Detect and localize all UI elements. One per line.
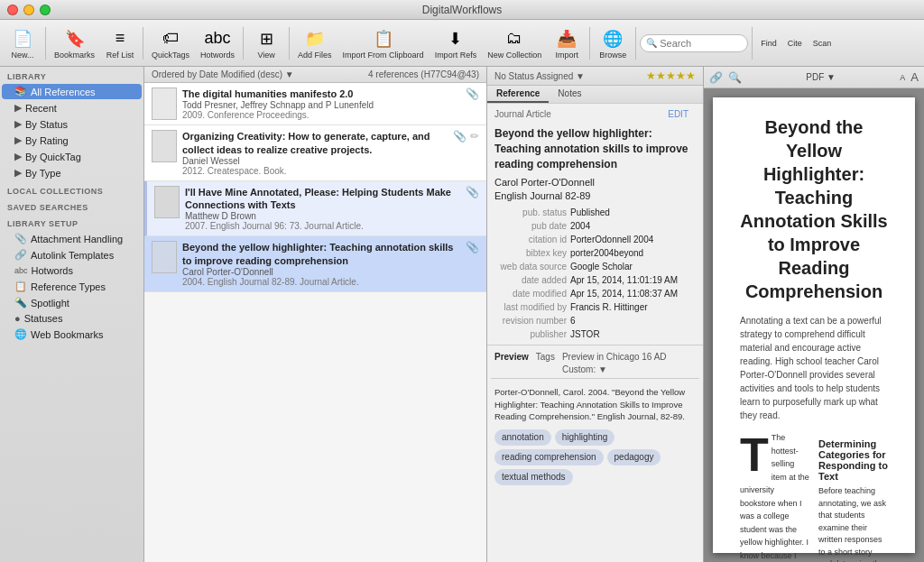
tag-pill[interactable]: highlighting	[555, 429, 615, 446]
field-value: porter2004beyond	[570, 248, 643, 258]
sidebar-item-by-rating[interactable]: ▶ By Rating	[2, 133, 142, 148]
hotwords-button[interactable]: abc Hotwords	[196, 24, 239, 62]
tag-pill[interactable]: annotation	[494, 429, 551, 446]
ref-info: I'll Have Mine Annotated, Please: Helpin…	[185, 186, 460, 232]
maximize-button[interactable]	[40, 5, 51, 15]
tab-notes[interactable]: Notes	[549, 86, 590, 103]
preview-tab[interactable]: Preview	[494, 351, 529, 376]
sidebar-item-attachment-handling[interactable]: 📎 Attachment Handling	[2, 231, 142, 246]
sidebar-item-by-type-label: By Type	[25, 168, 61, 179]
detail-field-row: date modifiedApr 15, 2014, 11:08:37 AM	[487, 287, 703, 300]
ref-attach-icon[interactable]: 📎	[466, 241, 479, 253]
separator-3	[243, 27, 244, 60]
pdf-zoom-small-a[interactable]: A	[900, 73, 905, 82]
new-collection-button[interactable]: 🗂 New Collection	[483, 24, 546, 62]
scan-button[interactable]: Scan	[808, 36, 836, 51]
new-button[interactable]: 📄 New...	[4, 24, 42, 62]
sidebar-item-statuses[interactable]: ● Statuses	[2, 311, 142, 326]
field-label: pub date	[494, 221, 567, 231]
sidebar-item-by-status[interactable]: ▶ By Status	[2, 116, 142, 132]
star-rating[interactable]: ★★★★★	[646, 69, 696, 82]
detail-field-row: last modified byFrancis R. Hittinger	[487, 300, 703, 314]
sidebar-item-recent[interactable]: ▶ Recent	[2, 100, 142, 115]
hotwords-icon: abc	[203, 27, 232, 51]
by-type-icon: ▶	[14, 167, 22, 179]
ref-edit-icon[interactable]: ✏	[470, 130, 479, 143]
ref-meta: 2009. Conference Proceedings.	[182, 110, 460, 120]
ref-attach-icon[interactable]: 📎	[466, 88, 479, 100]
close-button[interactable]	[7, 5, 18, 15]
minimize-button[interactable]	[23, 5, 34, 15]
pdf-search-icon[interactable]: 🔍	[728, 71, 742, 84]
ref-sort-label[interactable]: Ordered by Date Modified (desc) ▼	[152, 69, 294, 79]
ref-title: Beyond the yellow highlighter: Teaching …	[182, 241, 460, 267]
reference-list: The digital humanities manifesto 2.0 Tod…	[144, 83, 486, 562]
recent-icon: ▶	[14, 102, 22, 114]
pdf-intro-text: Annotating a text can be a powerful stra…	[740, 314, 888, 422]
add-files-button[interactable]: 📁 Add Files	[293, 24, 337, 62]
field-value: PorterOdonnell 2004	[570, 235, 653, 244]
ref-meta: 2004. English Journal 82-89. Journal Art…	[182, 277, 460, 287]
ref-actions: 📎	[466, 186, 479, 198]
field-label: date added	[494, 275, 567, 285]
all-refs-icon: 📚	[14, 86, 27, 97]
ref-list-button[interactable]: ≡ Ref List	[101, 24, 139, 62]
search-input[interactable]	[660, 38, 742, 49]
separator-1	[45, 27, 46, 60]
find-button[interactable]: Find	[756, 36, 781, 51]
separator-7	[752, 27, 753, 60]
sidebar-item-autolink[interactable]: 🔗 Autolink Templates	[2, 247, 142, 263]
browse-button[interactable]: 🌐 Browse	[594, 24, 632, 62]
pdf-link-icon[interactable]: 🔗	[709, 71, 723, 84]
add-files-icon: 📁	[300, 27, 329, 51]
sidebar-item-attachment-label: Attachment Handling	[31, 234, 123, 244]
pdf-content[interactable]: Beyond the Yellow Highlighter: Teaching …	[704, 88, 924, 562]
tag-pill[interactable]: pedagogy	[607, 449, 661, 465]
pdf-main-title: Beyond the Yellow Highlighter: Teaching …	[740, 115, 888, 303]
status-assigned-label[interactable]: No Status Assigned ▼	[494, 71, 585, 81]
toolbar: 📄 New... 🔖 Bookmarks ≡ Ref List 🏷 QuickT…	[0, 20, 924, 67]
import-button[interactable]: 📥 Import	[548, 24, 586, 62]
edit-button[interactable]: EDIT	[661, 107, 696, 121]
ref-item[interactable]: I'll Have Mine Annotated, Please: Helpin…	[144, 181, 486, 237]
sidebar-item-by-quicktag[interactable]: ▶ By QuickTag	[2, 149, 142, 164]
sidebar-item-hotwords[interactable]: abc Hotwords	[2, 263, 142, 278]
ref-actions: 📎	[466, 88, 479, 100]
ref-attach-icon[interactable]: 📎	[466, 186, 479, 198]
import-clipboard-button[interactable]: 📋 Import From Clipboard	[338, 24, 429, 62]
tab-reference[interactable]: Reference	[487, 86, 549, 103]
tag-pill[interactable]: reading comprehension	[494, 449, 604, 465]
preview-header: Preview Tags Preview in Chicago 16 AD Cu…	[491, 349, 699, 379]
sidebar-item-by-type[interactable]: ▶ By Type	[2, 165, 142, 180]
quicktags-button[interactable]: 🏷 QuickTags	[147, 24, 194, 62]
preview-style-dropdown[interactable]: Preview in Chicago 16 AD Custom: ▼	[562, 351, 696, 376]
separator-5	[589, 27, 590, 60]
detail-author: Carol Porter-O'Donnell	[487, 175, 703, 189]
sidebar-item-all-refs[interactable]: 📚 All References	[2, 84, 142, 99]
ref-item[interactable]: Beyond the yellow highlighter: Teaching …	[144, 236, 486, 292]
tag-pill[interactable]: textual methods	[494, 469, 573, 485]
sidebar-item-spotlight[interactable]: 🔦 Spotlight	[2, 295, 142, 310]
import-refs-icon: ⬇	[441, 27, 470, 51]
sidebar: LIBRARY 📚 All References ▶ Recent ▶ By S…	[0, 67, 144, 562]
ref-item[interactable]: Organizing Creativity: How to generate, …	[144, 125, 486, 181]
type-badge: Journal Article	[494, 109, 551, 119]
bookmarks-button[interactable]: 🔖 Bookmarks	[50, 24, 99, 62]
detail-field-row: pub. statusPublished	[487, 206, 703, 219]
view-button[interactable]: ⊞ View	[247, 24, 285, 62]
ref-attach-icon[interactable]: 📎	[453, 130, 467, 143]
pdf-zoom-large-a[interactable]: A	[910, 70, 919, 84]
ref-item[interactable]: The digital humanities manifesto 2.0 Tod…	[144, 83, 486, 125]
sidebar-item-reference-types[interactable]: 📋 Reference Types	[2, 279, 142, 294]
detail-field-row: revision number6	[487, 314, 703, 327]
separator-4	[289, 27, 290, 60]
import-refs-button[interactable]: ⬇ Import Refs	[430, 24, 482, 62]
sidebar-item-all-refs-label: All References	[31, 87, 96, 97]
browse-icon: 🌐	[598, 27, 627, 51]
sidebar-item-web-bookmarks[interactable]: 🌐 Web Bookmarks	[2, 327, 142, 342]
field-value: 6	[570, 316, 576, 326]
ref-thumbnail	[152, 88, 177, 120]
tags-tab[interactable]: Tags	[536, 351, 555, 376]
search-box[interactable]: 🔍	[640, 34, 748, 52]
cite-button[interactable]: Cite	[783, 36, 807, 51]
